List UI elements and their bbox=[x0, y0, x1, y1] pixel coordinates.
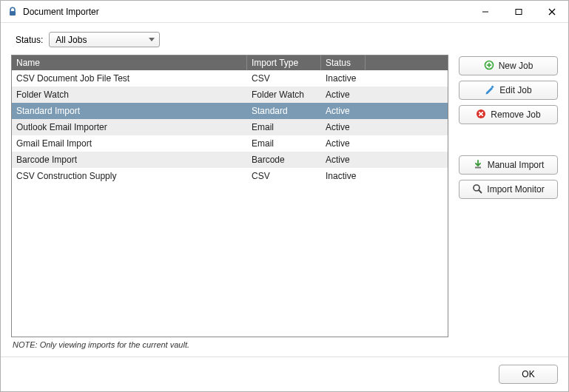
cell-type: Standard bbox=[247, 106, 321, 116]
dialog-footer: OK bbox=[1, 356, 568, 391]
new-job-button[interactable]: New Job bbox=[459, 56, 558, 75]
table-row[interactable]: Gmail Email ImportEmailActive bbox=[12, 135, 448, 152]
cell-type: CSV bbox=[247, 171, 321, 181]
column-header-status[interactable]: Status bbox=[321, 55, 366, 70]
status-label: Status: bbox=[16, 35, 43, 45]
remove-job-button[interactable]: Remove Job bbox=[459, 105, 558, 124]
column-header-name[interactable]: Name bbox=[12, 55, 247, 70]
plus-circle-icon bbox=[484, 60, 494, 72]
import-monitor-label: Import Monitor bbox=[487, 184, 544, 195]
cell-name: CSV Construction Supply bbox=[12, 171, 247, 181]
cell-type: Email bbox=[247, 122, 321, 132]
side-panel-spacer bbox=[459, 129, 558, 150]
ok-button[interactable]: OK bbox=[499, 365, 558, 384]
pencil-icon bbox=[485, 84, 495, 97]
cell-type: Barcode bbox=[247, 155, 321, 165]
cell-name: Folder Watch bbox=[12, 89, 247, 100]
status-select-wrap: All Jobs bbox=[49, 32, 160, 47]
cell-status: Active bbox=[321, 89, 366, 100]
table-wrap: Name Import Type Status CSV Document Job… bbox=[11, 55, 448, 349]
cell-status: Inactive bbox=[321, 171, 366, 181]
import-monitor-button[interactable]: Import Monitor bbox=[459, 180, 558, 199]
cell-status: Active bbox=[321, 138, 366, 149]
document-importer-window: Document Importer Status: All Jobs bbox=[0, 0, 569, 392]
table-row[interactable]: Standard ImportStandardActive bbox=[12, 103, 448, 119]
remove-job-label: Remove Job bbox=[491, 109, 540, 120]
cell-name: Standard Import bbox=[12, 106, 247, 116]
table-row[interactable]: CSV Construction SupplyCSVInactive bbox=[12, 168, 448, 184]
lock-icon bbox=[7, 6, 18, 18]
window-controls bbox=[468, 1, 568, 22]
column-header-type[interactable]: Import Type bbox=[247, 55, 321, 70]
table-row[interactable]: Outlook Email ImporterEmailActive bbox=[12, 119, 448, 135]
magnifier-icon bbox=[472, 183, 482, 196]
table-row[interactable]: CSV Document Job File TestCSVInactive bbox=[12, 70, 448, 87]
status-select[interactable]: All Jobs bbox=[49, 32, 160, 47]
edit-job-button[interactable]: Edit Job bbox=[459, 81, 558, 100]
new-job-label: New Job bbox=[499, 61, 533, 71]
main-area: Name Import Type Status CSV Document Job… bbox=[11, 55, 558, 349]
cell-status: Active bbox=[321, 122, 366, 132]
cell-name: CSV Document Job File Test bbox=[12, 73, 247, 84]
cell-name: Barcode Import bbox=[12, 155, 247, 165]
svg-rect-2 bbox=[516, 9, 522, 14]
cell-type: Folder Watch bbox=[247, 89, 321, 100]
remove-circle-icon bbox=[476, 109, 486, 121]
cell-type: Email bbox=[247, 138, 321, 149]
cell-status: Inactive bbox=[321, 73, 366, 84]
close-button[interactable] bbox=[535, 1, 568, 22]
cell-status: Active bbox=[321, 106, 366, 116]
svg-rect-0 bbox=[10, 11, 16, 16]
cell-status: Active bbox=[321, 155, 366, 165]
footer-note: NOTE: Only viewing imports for the curre… bbox=[13, 340, 448, 349]
table-body: CSV Document Job File TestCSVInactiveFol… bbox=[12, 70, 448, 337]
column-header-extra bbox=[366, 55, 448, 70]
edit-job-label: Edit Job bbox=[499, 85, 531, 95]
manual-import-button[interactable]: Manual Import bbox=[459, 155, 558, 175]
table-header: Name Import Type Status bbox=[12, 55, 448, 70]
table-row[interactable]: Folder WatchFolder WatchActive bbox=[12, 87, 448, 103]
minimize-button[interactable] bbox=[468, 1, 502, 22]
download-icon bbox=[473, 159, 483, 172]
window-title: Document Importer bbox=[23, 7, 468, 17]
cell-name: Outlook Email Importer bbox=[12, 122, 247, 132]
titlebar: Document Importer bbox=[1, 1, 568, 23]
maximize-button[interactable] bbox=[502, 1, 535, 22]
svg-line-14 bbox=[479, 190, 482, 193]
status-filter-row: Status: All Jobs bbox=[16, 32, 558, 47]
side-panel: New Job Edit Job Remove Job bbox=[459, 55, 558, 349]
cell-type: CSV bbox=[247, 73, 321, 84]
cell-name: Gmail Email Import bbox=[12, 138, 247, 149]
jobs-table: Name Import Type Status CSV Document Job… bbox=[11, 55, 448, 337]
svg-rect-12 bbox=[475, 166, 481, 168]
manual-import-label: Manual Import bbox=[488, 160, 545, 170]
dialog-body: Status: All Jobs Name Import Type Status… bbox=[1, 23, 568, 356]
table-row[interactable]: Barcode ImportBarcodeActive bbox=[12, 152, 448, 168]
